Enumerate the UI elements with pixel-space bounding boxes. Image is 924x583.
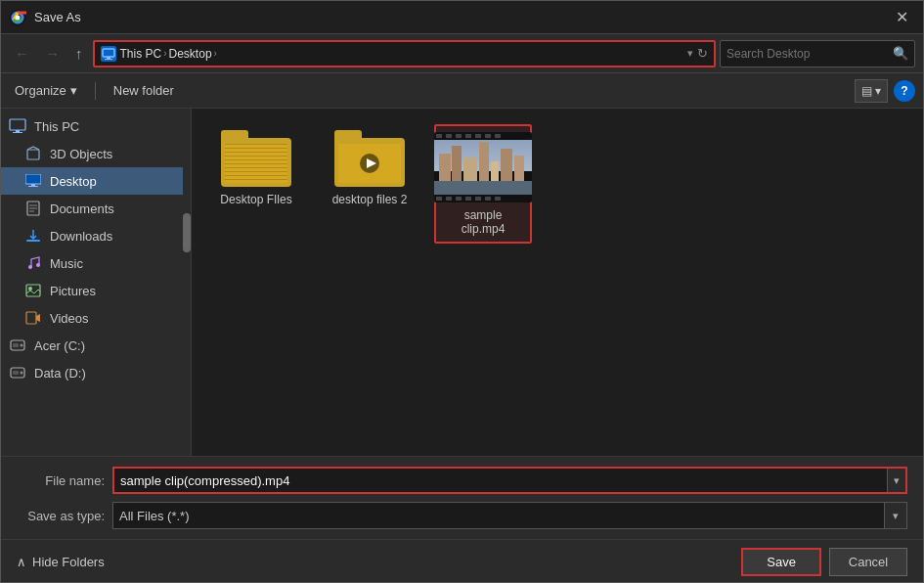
address-bar[interactable]: This PC › Desktop › ▾ ↻ bbox=[93, 40, 717, 67]
filename-input[interactable] bbox=[114, 473, 887, 488]
svg-point-15 bbox=[28, 265, 32, 269]
address-this-pc[interactable]: This PC bbox=[120, 47, 162, 61]
save-cancel-group: Save Cancel bbox=[741, 548, 907, 576]
documents-icon bbox=[24, 200, 42, 217]
svg-rect-17 bbox=[26, 285, 40, 296]
svg-rect-5 bbox=[105, 59, 112, 60]
sidebar-item-downloads[interactable]: Downloads bbox=[1, 222, 191, 249]
navbar: ← → ↑ This PC › Desktop › ▾ ↻ 🔍 bbox=[1, 34, 923, 73]
svg-rect-7 bbox=[16, 130, 20, 132]
svg-rect-3 bbox=[103, 49, 114, 57]
sidebar-item-desktop[interactable]: Desktop bbox=[1, 167, 191, 195]
help-button[interactable]: ? bbox=[894, 80, 915, 102]
filetype-select[interactable]: All Files (*.*) ▾ bbox=[112, 502, 907, 529]
file-item-desktop-files-2[interactable]: desktop files 2 bbox=[321, 124, 418, 244]
sidebar-item-pictures[interactable]: Pictures bbox=[1, 277, 191, 304]
titlebar: Save As ✕ bbox=[1, 1, 923, 34]
svg-point-21 bbox=[21, 344, 23, 347]
titlebar-title: Save As bbox=[34, 10, 81, 24]
filename-dropdown-btn[interactable]: ▾ bbox=[887, 469, 905, 492]
sidebar-item-acer-c[interactable]: Acer (C:) bbox=[1, 332, 191, 359]
svg-rect-25 bbox=[13, 371, 19, 375]
action-row: ∧ Hide Folders Save Cancel bbox=[1, 539, 923, 582]
back-button[interactable]: ← bbox=[9, 41, 35, 66]
search-box: 🔍 bbox=[720, 40, 915, 67]
filetype-dropdown-btn[interactable]: ▾ bbox=[884, 503, 906, 528]
hide-folders-button[interactable]: ∧ Hide Folders bbox=[17, 555, 105, 569]
hide-folders-arrow: ∧ bbox=[17, 555, 26, 569]
svg-rect-11 bbox=[31, 184, 35, 186]
sidebar-item-data-d[interactable]: Data (D:) bbox=[1, 359, 191, 386]
sidebar-item-this-pc[interactable]: This PC bbox=[1, 112, 191, 140]
address-dropdown-btn[interactable]: ▾ bbox=[687, 47, 693, 60]
filetype-row: Save as type: All Files (*.*) ▾ bbox=[17, 502, 907, 529]
pictures-icon bbox=[24, 282, 42, 299]
music-icon bbox=[24, 254, 42, 272]
sidebar-item-music[interactable]: Music bbox=[1, 249, 191, 277]
sidebar-scrollbar-thumb[interactable] bbox=[183, 213, 191, 252]
search-input[interactable] bbox=[726, 47, 889, 61]
svg-rect-14 bbox=[26, 240, 40, 242]
file-area: Desktop FIles desktop files 2 bbox=[192, 109, 923, 456]
search-icon: 🔍 bbox=[893, 46, 908, 61]
file-label-desktop-files: Desktop FIles bbox=[220, 193, 291, 206]
bottom-area: File name: ▾ Save as type: All Files (*.… bbox=[1, 456, 923, 539]
downloads-icon bbox=[24, 227, 42, 245]
svg-point-16 bbox=[36, 263, 40, 267]
organize-button[interactable]: Organize ▾ bbox=[9, 80, 83, 101]
cityscape bbox=[434, 132, 532, 202]
svg-rect-12 bbox=[28, 186, 38, 187]
address-refresh-btn[interactable]: ↻ bbox=[697, 46, 708, 61]
svg-rect-19 bbox=[26, 312, 36, 324]
close-button[interactable]: ✕ bbox=[888, 7, 915, 28]
forward-button[interactable]: → bbox=[39, 41, 66, 66]
cancel-button[interactable]: Cancel bbox=[829, 548, 907, 576]
save-as-dialog: Save As ✕ ← → ↑ This PC › Desktop › ▾ ↻ bbox=[0, 0, 924, 583]
content-area: This PC 3D Objects bbox=[1, 109, 923, 456]
address-desktop[interactable]: Desktop bbox=[169, 47, 212, 61]
address-segments: This PC › Desktop › bbox=[120, 47, 684, 61]
file-label-desktop-files-2: desktop files 2 bbox=[332, 193, 408, 206]
chrome-icon bbox=[9, 9, 26, 26]
address-pc-icon bbox=[101, 46, 116, 62]
svg-rect-10 bbox=[25, 174, 41, 184]
sidebar-item-documents[interactable]: Documents bbox=[1, 195, 191, 222]
filename-label: File name: bbox=[17, 473, 105, 488]
filetype-label: Save as type: bbox=[17, 509, 105, 523]
acer-drive-icon bbox=[9, 336, 26, 354]
sidebar-item-videos[interactable]: Videos bbox=[1, 304, 191, 332]
3d-objects-icon bbox=[24, 145, 42, 162]
save-button[interactable]: Save bbox=[741, 548, 821, 576]
view-arrow: ▾ bbox=[875, 84, 881, 98]
toolbar-right: ▤ ▾ ? bbox=[855, 79, 915, 103]
sidebar-item-3d-objects[interactable]: 3D Objects bbox=[1, 140, 191, 167]
svg-rect-4 bbox=[107, 57, 110, 59]
svg-rect-6 bbox=[10, 119, 25, 130]
view-icon: ▤ bbox=[861, 84, 872, 98]
videos-icon bbox=[24, 309, 42, 327]
up-button[interactable]: ↑ bbox=[69, 41, 89, 66]
hide-folders-label: Hide Folders bbox=[32, 555, 105, 569]
filename-input-wrapper[interactable]: ▾ bbox=[112, 467, 907, 494]
computer-icon bbox=[9, 117, 26, 135]
filmstrip-bottom bbox=[434, 195, 532, 202]
filmstrip-top bbox=[434, 132, 532, 140]
svg-rect-8 bbox=[13, 132, 22, 133]
data-drive-icon bbox=[9, 364, 26, 381]
toolbar: Organize ▾ New folder ▤ ▾ ? bbox=[1, 73, 923, 109]
file-label-sample-clip: sample clip.mp4 bbox=[442, 208, 524, 236]
file-item-desktop-files[interactable]: Desktop FIles bbox=[207, 124, 305, 244]
desktop-icon bbox=[24, 172, 42, 190]
new-folder-button[interactable]: New folder bbox=[108, 80, 180, 101]
titlebar-left: Save As bbox=[9, 9, 81, 26]
folder-icon-1 bbox=[221, 130, 291, 187]
folder-icon-2 bbox=[334, 130, 405, 187]
filetype-value: All Files (*.*) bbox=[113, 509, 884, 523]
toolbar-separator bbox=[95, 82, 96, 100]
file-item-sample-clip[interactable]: sample clip.mp4 bbox=[434, 124, 532, 244]
filename-row: File name: ▾ bbox=[17, 467, 907, 494]
sidebar-scrollbar bbox=[183, 109, 191, 456]
view-button[interactable]: ▤ ▾ bbox=[855, 79, 888, 103]
svg-rect-22 bbox=[13, 343, 19, 347]
play-overlay-icon bbox=[358, 152, 381, 175]
